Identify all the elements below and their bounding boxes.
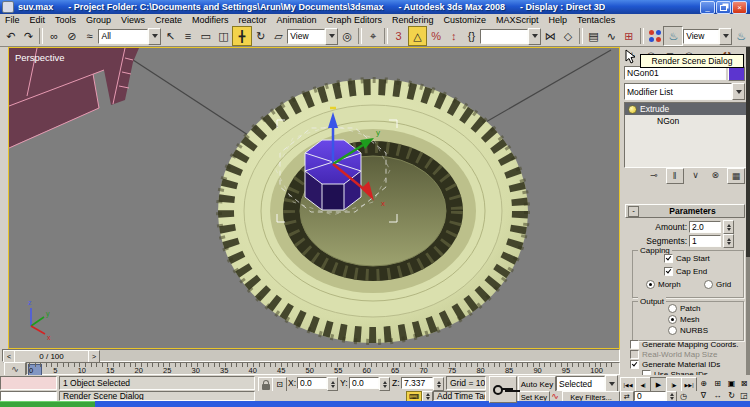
select-object-button[interactable]: ↖ (161, 27, 179, 45)
dropdown-arrow-icon[interactable] (148, 28, 161, 45)
checkbox-icon[interactable] (630, 340, 639, 349)
pan-view-button[interactable]: ↔ (711, 390, 724, 401)
field-of-view-button[interactable]: ∇ (697, 390, 710, 401)
radio-icon[interactable] (668, 315, 677, 324)
key-filter-dropdown[interactable]: Selected (556, 376, 618, 391)
grid-radio[interactable]: Grid (704, 280, 731, 289)
tire-model[interactable] (218, 79, 528, 343)
zoom-all-button[interactable]: ⊞ (711, 377, 724, 390)
go-to-end-button[interactable]: ▶▶| (681, 377, 697, 392)
y-spinner[interactable] (379, 377, 390, 391)
menu-item[interactable]: Tools (50, 15, 81, 25)
radio-icon[interactable] (704, 280, 713, 289)
bind-to-spacewarp-button[interactable]: ≈ (81, 27, 99, 45)
auto-key-button[interactable]: Auto Key (518, 376, 556, 392)
render-scene-button[interactable]: ♨ (663, 26, 683, 46)
menu-item[interactable]: Edit (25, 15, 51, 25)
checkbox-icon[interactable] (630, 360, 639, 369)
modifier-enabled-bulb-icon[interactable] (628, 105, 637, 114)
redo-button[interactable]: ↷ (20, 27, 38, 45)
next-frame-button[interactable]: |▶ (666, 377, 682, 392)
object-name-field[interactable]: NGon01 (624, 66, 726, 80)
align-button[interactable]: ◇ (559, 27, 577, 45)
schematic-view-button[interactable]: ⊞ (620, 27, 638, 45)
minimize-button[interactable]: _ (700, 1, 715, 14)
dropdown-arrow-icon[interactable] (719, 28, 732, 45)
close-button[interactable]: × (732, 1, 747, 14)
material-editor-button[interactable] (646, 27, 664, 45)
select-and-manipulate-button[interactable]: ⌖ (364, 27, 382, 45)
menu-item[interactable]: File (0, 15, 25, 25)
window-crossing-toggle[interactable]: ◫ (215, 27, 233, 45)
radio-icon[interactable] (668, 304, 677, 313)
dropdown-arrow-icon[interactable] (325, 28, 338, 45)
angle-snap-toggle-button[interactable]: △ (408, 26, 428, 46)
zoom-extents-button[interactable]: ▣ (725, 377, 738, 390)
cap-start-checkbox[interactable]: Cap Start (664, 254, 710, 263)
segments-field[interactable]: 1 (689, 235, 721, 247)
select-and-move-button[interactable]: ╋ (232, 26, 252, 46)
selection-lock-toggle[interactable] (258, 377, 273, 392)
menu-item[interactable]: Create (150, 15, 187, 25)
new-key-default-in-tangent-icon[interactable]: ∿ (550, 391, 560, 401)
mini-curve-editor-button[interactable]: ∿ (4, 362, 26, 376)
checkbox-icon[interactable] (664, 267, 673, 276)
mirror-button[interactable]: ⋈ (541, 27, 559, 45)
previous-frame-button[interactable]: ◀| (635, 377, 651, 392)
amount-field[interactable]: 2.0 (689, 221, 721, 233)
dropdown-arrow-icon[interactable] (605, 375, 618, 392)
modifier-stack-row[interactable]: NGon (625, 115, 746, 127)
amount-spinner[interactable] (723, 220, 734, 234)
menu-item[interactable]: Graph Editors (322, 15, 388, 25)
add-time-tag[interactable]: Add Time Tag (433, 391, 486, 401)
spinner-snap-toggle-button[interactable]: ↕ (445, 27, 463, 45)
arc-rotate-button[interactable]: ↻ (725, 390, 738, 401)
unlink-selection-button[interactable]: ⊘ (63, 27, 81, 45)
set-keys-button[interactable] (489, 376, 517, 403)
layer-manager-button[interactable]: ▤ (585, 27, 603, 45)
modifier-stack-row[interactable]: Extrude (625, 103, 746, 115)
menu-item[interactable]: Modifiers (187, 15, 234, 25)
z-coordinate-field[interactable]: 7.337 (401, 377, 433, 389)
absolute-mode-toggle[interactable]: ⊡ (272, 377, 287, 392)
menu-item[interactable]: Rendering (387, 15, 439, 25)
restore-button[interactable] (716, 1, 731, 14)
curve-editor-button[interactable]: ∿ (602, 27, 620, 45)
quick-render-button[interactable]: ♨ (732, 27, 750, 45)
use-pivot-point-center-button[interactable]: ◎ (338, 27, 356, 45)
configure-modifier-sets-button[interactable]: ▦ (727, 168, 745, 184)
menu-item[interactable]: Tentacles (572, 15, 620, 25)
reference-coordinate-system-dropdown[interactable]: View (287, 29, 338, 44)
collapse-rollout-icon[interactable]: - (628, 206, 639, 217)
patch-radio[interactable]: Patch (668, 304, 700, 313)
menu-item[interactable]: Group (81, 15, 116, 25)
z-spinner[interactable] (433, 377, 444, 391)
mesh-radio[interactable]: Mesh (668, 315, 700, 324)
dropdown-arrow-icon[interactable] (528, 28, 541, 45)
dropdown-arrow-icon[interactable] (732, 83, 745, 100)
time-configuration-button[interactable]: ◷ (677, 391, 690, 401)
track-bar-ruler[interactable]: 0510152025303540455055606570758085909510… (26, 362, 620, 375)
perspective-viewport[interactable]: y x Perspective z y x (8, 47, 620, 349)
go-to-start-button[interactable]: |◀◀ (620, 377, 636, 392)
show-end-result-button[interactable]: ‖ (666, 168, 684, 184)
play-button[interactable]: ▶ (650, 377, 667, 392)
maxscript-mini-listener-input[interactable] (0, 391, 57, 401)
render-type-dropdown[interactable]: View (683, 29, 732, 44)
zoom-viewport-button[interactable]: ⊕ (697, 377, 710, 390)
morph-radio[interactable]: Morph (646, 280, 681, 289)
rectangular-selection-region-button[interactable]: ▭ (197, 27, 215, 45)
select-by-name-button[interactable]: ≡ (179, 27, 197, 45)
select-and-scale-button[interactable]: ▱ (270, 27, 288, 45)
percent-snap-toggle-button[interactable]: % (427, 27, 445, 45)
generate-material-ids-checkbox[interactable]: Generate Material IDs (630, 360, 720, 369)
nurbs-radio[interactable]: NURBS (668, 326, 708, 335)
menu-item[interactable]: reactor (233, 15, 271, 25)
start-button[interactable] (0, 401, 95, 407)
menu-item[interactable]: Views (116, 15, 150, 25)
radio-icon[interactable] (646, 280, 655, 289)
named-selection-sets-button[interactable]: {} (463, 27, 481, 45)
pin-stack-button[interactable]: ⊸ (646, 168, 662, 182)
selection-filter-dropdown[interactable]: All (98, 29, 161, 44)
select-and-rotate-button[interactable]: ↻ (252, 27, 270, 45)
